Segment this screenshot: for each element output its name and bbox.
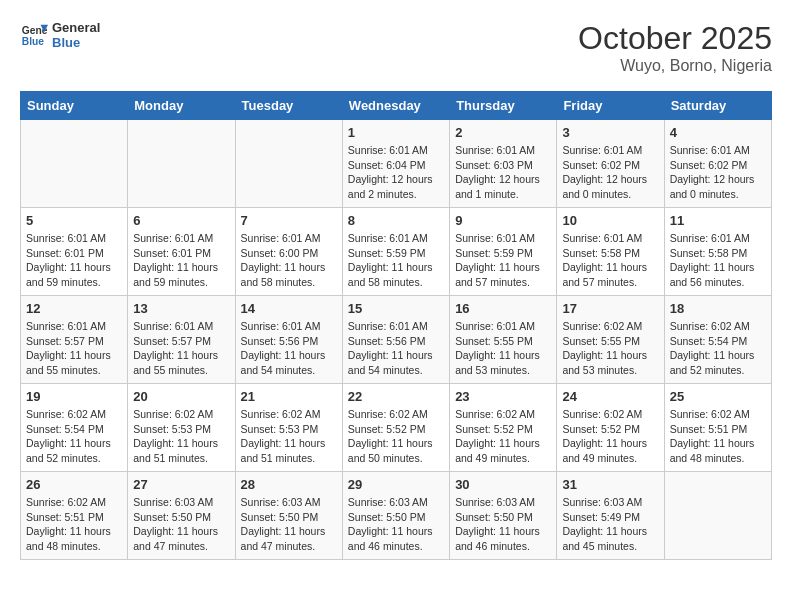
calendar-cell: 28Sunrise: 6:03 AMSunset: 5:50 PMDayligh… xyxy=(235,472,342,560)
calendar-table: SundayMondayTuesdayWednesdayThursdayFrid… xyxy=(20,91,772,560)
weekday-header-friday: Friday xyxy=(557,92,664,120)
day-number: 21 xyxy=(241,389,337,404)
calendar-cell xyxy=(235,120,342,208)
calendar-week-row: 12Sunrise: 6:01 AMSunset: 5:57 PMDayligh… xyxy=(21,296,772,384)
day-number: 18 xyxy=(670,301,766,316)
calendar-cell: 20Sunrise: 6:02 AMSunset: 5:53 PMDayligh… xyxy=(128,384,235,472)
calendar-cell: 15Sunrise: 6:01 AMSunset: 5:56 PMDayligh… xyxy=(342,296,449,384)
day-number: 30 xyxy=(455,477,551,492)
day-info: Sunrise: 6:03 AMSunset: 5:50 PMDaylight:… xyxy=(133,495,229,554)
day-info: Sunrise: 6:02 AMSunset: 5:54 PMDaylight:… xyxy=(26,407,122,466)
page-subtitle: Wuyo, Borno, Nigeria xyxy=(578,57,772,75)
day-info: Sunrise: 6:02 AMSunset: 5:51 PMDaylight:… xyxy=(26,495,122,554)
calendar-cell: 18Sunrise: 6:02 AMSunset: 5:54 PMDayligh… xyxy=(664,296,771,384)
day-number: 31 xyxy=(562,477,658,492)
weekday-header-monday: Monday xyxy=(128,92,235,120)
calendar-cell: 22Sunrise: 6:02 AMSunset: 5:52 PMDayligh… xyxy=(342,384,449,472)
calendar-cell: 4Sunrise: 6:01 AMSunset: 6:02 PMDaylight… xyxy=(664,120,771,208)
logo: General Blue General Blue xyxy=(20,20,100,50)
day-number: 19 xyxy=(26,389,122,404)
weekday-header-wednesday: Wednesday xyxy=(342,92,449,120)
calendar-cell: 17Sunrise: 6:02 AMSunset: 5:55 PMDayligh… xyxy=(557,296,664,384)
day-info: Sunrise: 6:01 AMSunset: 5:58 PMDaylight:… xyxy=(670,231,766,290)
calendar-cell: 13Sunrise: 6:01 AMSunset: 5:57 PMDayligh… xyxy=(128,296,235,384)
calendar-cell: 9Sunrise: 6:01 AMSunset: 5:59 PMDaylight… xyxy=(450,208,557,296)
calendar-cell xyxy=(664,472,771,560)
day-number: 10 xyxy=(562,213,658,228)
day-info: Sunrise: 6:01 AMSunset: 5:57 PMDaylight:… xyxy=(26,319,122,378)
day-number: 9 xyxy=(455,213,551,228)
day-number: 2 xyxy=(455,125,551,140)
day-info: Sunrise: 6:01 AMSunset: 6:02 PMDaylight:… xyxy=(562,143,658,202)
calendar-cell xyxy=(128,120,235,208)
calendar-cell: 10Sunrise: 6:01 AMSunset: 5:58 PMDayligh… xyxy=(557,208,664,296)
day-number: 7 xyxy=(241,213,337,228)
calendar-cell: 5Sunrise: 6:01 AMSunset: 6:01 PMDaylight… xyxy=(21,208,128,296)
page-header: General Blue General Blue October 2025 W… xyxy=(20,20,772,75)
day-info: Sunrise: 6:02 AMSunset: 5:55 PMDaylight:… xyxy=(562,319,658,378)
calendar-cell: 1Sunrise: 6:01 AMSunset: 6:04 PMDaylight… xyxy=(342,120,449,208)
day-number: 28 xyxy=(241,477,337,492)
day-number: 16 xyxy=(455,301,551,316)
day-info: Sunrise: 6:01 AMSunset: 6:01 PMDaylight:… xyxy=(26,231,122,290)
day-info: Sunrise: 6:01 AMSunset: 5:55 PMDaylight:… xyxy=(455,319,551,378)
calendar-cell xyxy=(21,120,128,208)
day-info: Sunrise: 6:03 AMSunset: 5:49 PMDaylight:… xyxy=(562,495,658,554)
day-info: Sunrise: 6:02 AMSunset: 5:52 PMDaylight:… xyxy=(455,407,551,466)
day-info: Sunrise: 6:01 AMSunset: 5:59 PMDaylight:… xyxy=(348,231,444,290)
day-info: Sunrise: 6:01 AMSunset: 5:56 PMDaylight:… xyxy=(348,319,444,378)
calendar-cell: 23Sunrise: 6:02 AMSunset: 5:52 PMDayligh… xyxy=(450,384,557,472)
day-number: 6 xyxy=(133,213,229,228)
calendar-cell: 7Sunrise: 6:01 AMSunset: 6:00 PMDaylight… xyxy=(235,208,342,296)
day-info: Sunrise: 6:02 AMSunset: 5:54 PMDaylight:… xyxy=(670,319,766,378)
day-info: Sunrise: 6:01 AMSunset: 5:56 PMDaylight:… xyxy=(241,319,337,378)
calendar-cell: 6Sunrise: 6:01 AMSunset: 6:01 PMDaylight… xyxy=(128,208,235,296)
calendar-cell: 2Sunrise: 6:01 AMSunset: 6:03 PMDaylight… xyxy=(450,120,557,208)
calendar-week-row: 5Sunrise: 6:01 AMSunset: 6:01 PMDaylight… xyxy=(21,208,772,296)
day-info: Sunrise: 6:01 AMSunset: 5:58 PMDaylight:… xyxy=(562,231,658,290)
day-info: Sunrise: 6:01 AMSunset: 6:02 PMDaylight:… xyxy=(670,143,766,202)
calendar-cell: 14Sunrise: 6:01 AMSunset: 5:56 PMDayligh… xyxy=(235,296,342,384)
day-number: 22 xyxy=(348,389,444,404)
logo-text-blue: Blue xyxy=(52,35,100,50)
svg-text:Blue: Blue xyxy=(22,36,45,47)
day-info: Sunrise: 6:01 AMSunset: 6:00 PMDaylight:… xyxy=(241,231,337,290)
day-info: Sunrise: 6:01 AMSunset: 5:57 PMDaylight:… xyxy=(133,319,229,378)
calendar-cell: 25Sunrise: 6:02 AMSunset: 5:51 PMDayligh… xyxy=(664,384,771,472)
day-number: 8 xyxy=(348,213,444,228)
calendar-cell: 8Sunrise: 6:01 AMSunset: 5:59 PMDaylight… xyxy=(342,208,449,296)
calendar-cell: 3Sunrise: 6:01 AMSunset: 6:02 PMDaylight… xyxy=(557,120,664,208)
day-number: 25 xyxy=(670,389,766,404)
day-number: 4 xyxy=(670,125,766,140)
day-number: 26 xyxy=(26,477,122,492)
day-number: 14 xyxy=(241,301,337,316)
day-info: Sunrise: 6:02 AMSunset: 5:53 PMDaylight:… xyxy=(241,407,337,466)
title-block: October 2025 Wuyo, Borno, Nigeria xyxy=(578,20,772,75)
calendar-week-row: 19Sunrise: 6:02 AMSunset: 5:54 PMDayligh… xyxy=(21,384,772,472)
calendar-cell: 21Sunrise: 6:02 AMSunset: 5:53 PMDayligh… xyxy=(235,384,342,472)
calendar-week-row: 1Sunrise: 6:01 AMSunset: 6:04 PMDaylight… xyxy=(21,120,772,208)
logo-icon: General Blue xyxy=(20,21,48,49)
day-number: 13 xyxy=(133,301,229,316)
day-number: 24 xyxy=(562,389,658,404)
page-title: October 2025 xyxy=(578,20,772,57)
weekday-header-tuesday: Tuesday xyxy=(235,92,342,120)
calendar-cell: 24Sunrise: 6:02 AMSunset: 5:52 PMDayligh… xyxy=(557,384,664,472)
day-number: 20 xyxy=(133,389,229,404)
day-number: 23 xyxy=(455,389,551,404)
day-info: Sunrise: 6:02 AMSunset: 5:51 PMDaylight:… xyxy=(670,407,766,466)
calendar-cell: 27Sunrise: 6:03 AMSunset: 5:50 PMDayligh… xyxy=(128,472,235,560)
day-number: 11 xyxy=(670,213,766,228)
day-number: 3 xyxy=(562,125,658,140)
day-info: Sunrise: 6:02 AMSunset: 5:52 PMDaylight:… xyxy=(348,407,444,466)
logo-text-general: General xyxy=(52,20,100,35)
day-info: Sunrise: 6:02 AMSunset: 5:52 PMDaylight:… xyxy=(562,407,658,466)
calendar-cell: 30Sunrise: 6:03 AMSunset: 5:50 PMDayligh… xyxy=(450,472,557,560)
day-info: Sunrise: 6:03 AMSunset: 5:50 PMDaylight:… xyxy=(348,495,444,554)
day-number: 17 xyxy=(562,301,658,316)
day-number: 15 xyxy=(348,301,444,316)
weekday-header-thursday: Thursday xyxy=(450,92,557,120)
calendar-cell: 11Sunrise: 6:01 AMSunset: 5:58 PMDayligh… xyxy=(664,208,771,296)
day-info: Sunrise: 6:01 AMSunset: 6:01 PMDaylight:… xyxy=(133,231,229,290)
day-number: 12 xyxy=(26,301,122,316)
